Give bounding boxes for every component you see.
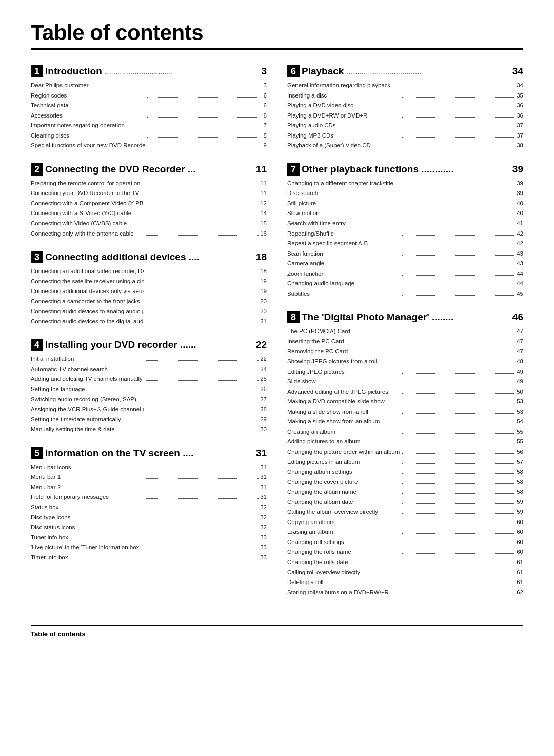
section-6-entries: General information regarding playback34… — [287, 81, 523, 151]
toc-entry: Playing MP3 CDs37 — [287, 131, 523, 141]
toc-entry: Repeat a specific segment A-B42 — [287, 239, 523, 249]
toc-entry: Changing album settings58 — [287, 467, 523, 477]
section-4-page: 22 — [256, 339, 267, 351]
section-5-page: 31 — [256, 448, 267, 459]
right-column: 6 Playback .............................… — [287, 65, 523, 610]
section-1-title: Introduction ...........................… — [45, 66, 258, 77]
section-2: 2 Connecting the DVD Recorder ... 11 Pre… — [31, 163, 267, 239]
section-4-entries: Initial installation22 Automatic TV chan… — [31, 354, 267, 434]
title-rule — [31, 48, 523, 50]
section-8: 8 The 'Digital Photo Manager' ........ 4… — [287, 311, 523, 597]
toc-entry: Status box32 — [31, 502, 267, 513]
toc-entry: Menu bar icons31 — [31, 462, 267, 473]
section-8-entries: The PC (PCMCIA) Card47 Inserting the PC … — [287, 326, 523, 597]
toc-entry: Playing a DVD+RW or DVD+R36 — [287, 111, 523, 121]
toc-entry: Menu bar 131 — [31, 472, 267, 482]
section-5-header: 5 Information on the TV screen .... 31 — [31, 447, 267, 459]
toc-entry: Changing to a different chapter track/ti… — [287, 179, 523, 189]
toc-entry: Cleaning discs8 — [31, 131, 267, 141]
section-8-num: 8 — [287, 311, 300, 323]
section-6: 6 Playback .............................… — [287, 65, 523, 151]
toc-entry: Menu bar 231 — [31, 482, 267, 493]
toc-entry: Making a slide show from a roll53 — [287, 407, 523, 417]
toc-entry: Repeating/Shuffle42 — [287, 229, 523, 239]
toc-entry: Initial installation22 — [31, 354, 267, 364]
section-3-page: 18 — [256, 251, 267, 263]
section-3-title: Connecting additional devices .... — [45, 251, 253, 263]
toc-entry: Changing the cover picture58 — [287, 477, 523, 488]
toc-entry: Changing audio language44 — [287, 279, 523, 289]
toc-entry: Inserting a disc35 — [287, 91, 523, 101]
toc-entry: Making a DVD compatible slide show53 — [287, 397, 523, 407]
toc-entry: Showing JPEG pictures from a roll48 — [287, 357, 523, 367]
toc-entry: Connecting an additional video recorder,… — [31, 266, 267, 277]
section-3-num: 3 — [31, 251, 43, 263]
toc-entry: Playback of a (Super) Video CD38 — [287, 141, 523, 151]
section-7: 7 Other playback functions ............ … — [287, 163, 523, 299]
toc-entry: Slide show49 — [287, 377, 523, 387]
toc-entry: Timer info box33 — [31, 553, 267, 563]
section-2-entries: Preparing the remote control for operati… — [31, 179, 267, 239]
toc-entry: Adding and deleting TV channels manually… — [31, 374, 267, 384]
section-6-header: 6 Playback .............................… — [287, 65, 523, 77]
toc-entry: Playing a DVD video disc36 — [287, 101, 523, 111]
toc-entry: Tuner info box33 — [31, 533, 267, 543]
toc-entry: Connecting with a Component Video (Y PB … — [31, 199, 267, 209]
toc-entry: Erasing an album60 — [287, 527, 523, 537]
left-column: 1 Introduction .........................… — [31, 65, 267, 610]
toc-entry: Zoom function44 — [287, 269, 523, 279]
toc-entry: Setting the language26 — [31, 384, 267, 395]
section-5-num: 5 — [31, 447, 43, 459]
section-2-title: Connecting the DVD Recorder ... — [45, 164, 253, 175]
toc-entry: Scan function43 — [287, 249, 523, 259]
section-7-page: 39 — [512, 164, 523, 175]
toc-columns: 1 Introduction .........................… — [31, 65, 523, 610]
toc-entry: Manually setting the time & date30 — [31, 424, 267, 435]
toc-entry: Field for temporary messages31 — [31, 492, 267, 502]
toc-entry: Camera angle43 — [287, 259, 523, 269]
section-8-page: 46 — [512, 312, 523, 323]
toc-entry: Disc search39 — [287, 188, 523, 199]
section-2-header: 2 Connecting the DVD Recorder ... 11 — [31, 163, 267, 176]
toc-entry: Removing the PC Card47 — [287, 346, 523, 357]
section-7-title: Other playback functions ............ — [302, 164, 509, 175]
toc-entry: Important notes regarding operation7 — [31, 121, 267, 131]
section-6-page: 34 — [512, 66, 523, 77]
section-1-entries: Dear Philips customer,3 Region codes6 Te… — [31, 81, 267, 151]
section-8-header: 8 The 'Digital Photo Manager' ........ 4… — [287, 311, 523, 323]
toc-entry: Storing rolls/albums on a DVD+RW/+R62 — [287, 588, 523, 598]
section-8-title: The 'Digital Photo Manager' ........ — [302, 312, 509, 323]
section-1-num: 1 — [31, 65, 43, 77]
section-1-header: 1 Introduction .........................… — [31, 65, 267, 77]
toc-entry: Special functions of your new DVD Record… — [31, 141, 267, 151]
section-4-header: 4 Installing your DVD recorder ...... 22 — [31, 339, 267, 351]
section-4-title: Installing your DVD recorder ...... — [45, 339, 253, 351]
toc-entry: Connecting a camcorder to the front jack… — [31, 297, 267, 307]
toc-entry: Editing pictures in an album57 — [287, 457, 523, 468]
section-4-num: 4 — [31, 339, 43, 351]
section-5-entries: Menu bar icons31 Menu bar 131 Menu bar 2… — [31, 462, 267, 563]
toc-entry: Disc status icons32 — [31, 522, 267, 533]
toc-entry: Advanced editing of the JPEG pictures50 — [287, 387, 523, 397]
toc-entry: Region codes6 — [31, 91, 267, 101]
toc-entry: Editing JPEG pictures49 — [287, 367, 523, 377]
toc-entry: Accessories6 — [31, 111, 267, 121]
toc-entry: Changing the rolls name60 — [287, 547, 523, 557]
toc-entry: Changing roll settings60 — [287, 537, 523, 548]
section-5: 5 Information on the TV screen .... 31 M… — [31, 447, 267, 563]
toc-entry: Connecting audio devices to the digital … — [31, 317, 267, 327]
toc-entry: Switching audio recording (Stereo, SAP)2… — [31, 395, 267, 405]
toc-entry: Connecting only with the antenna cable16 — [31, 229, 267, 239]
section-4: 4 Installing your DVD recorder ...... 22… — [31, 339, 267, 434]
toc-entry: Connecting with Video (CVBS) cable15 — [31, 219, 267, 229]
section-7-num: 7 — [287, 163, 300, 176]
toc-entry: Making a slide show from an album54 — [287, 417, 523, 427]
toc-entry: Connecting with a S-Video (Y/C) cable14 — [31, 208, 267, 219]
toc-entry: Assigning the VCR Plus+® Guide channel n… — [31, 404, 267, 415]
toc-entry: Automatic TV channel search24 — [31, 364, 267, 375]
toc-entry: Connecting audio devices to analog audio… — [31, 306, 267, 317]
section-3-entries: Connecting an additional video recorder,… — [31, 266, 267, 326]
toc-entry: Calling the album overview directly59 — [287, 507, 523, 517]
section-6-num: 6 — [287, 65, 300, 77]
footer-text: Table of contents — [31, 630, 523, 638]
